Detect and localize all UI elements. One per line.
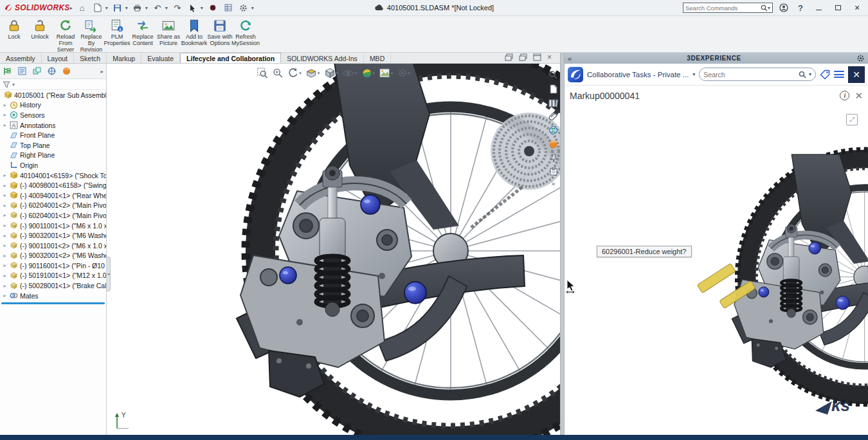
command-search[interactable]: ▾ <box>683 3 773 13</box>
tab-layout[interactable]: Layout <box>42 53 75 63</box>
minimize-button[interactable] <box>811 2 826 14</box>
close-app-button[interactable]: × <box>850 2 864 14</box>
tree-panel-collapse-handle[interactable]: ◂ <box>107 257 111 291</box>
panel-search[interactable]: ▾ <box>699 68 816 81</box>
rollback-bar[interactable] <box>1 302 105 304</box>
minimize-document-icon[interactable] <box>533 53 541 61</box>
user-account-icon[interactable] <box>778 2 790 14</box>
command-search-input[interactable] <box>685 5 759 12</box>
tree-item-component[interactable]: ▸(-) 90032001<2> ("M6 Washer")... <box>0 251 106 261</box>
taskpane-clipboard-icon[interactable] <box>549 167 558 176</box>
redo-icon[interactable]: ↷ <box>172 2 183 14</box>
refresh-mysession-button[interactable]: Refresh MySession <box>233 17 258 51</box>
expand-arrow-icon[interactable]: ▸ <box>2 192 8 198</box>
hide-show-items-icon[interactable]: ▾ <box>343 69 357 78</box>
tree-item-component[interactable]: ▸(-) 90032001<1> ("M6 Washer")... <box>0 230 106 241</box>
task-dropdown-chevron-icon[interactable]: ▾ <box>692 71 695 77</box>
close-document-icon[interactable]: × <box>547 53 552 61</box>
tree-item-component[interactable]: ▸(-) 50191001<1> ("M12 x 1.0 x 170.5... <box>0 271 106 281</box>
restore-pane-icon[interactable] <box>505 53 513 61</box>
task-widget-title[interactable]: Collaborative Tasks - Private ... <box>587 71 689 78</box>
tree-item-component[interactable]: ▸(-) 90011001<1> ("M6 x 1.0 x 12 SK... <box>0 221 106 231</box>
new-document-chevron-icon[interactable]: ▾ <box>105 5 108 11</box>
expand-arrow-icon[interactable]: ▸ <box>2 102 8 108</box>
home-icon[interactable]: ⌂ <box>77 2 88 14</box>
assembly-3d-view[interactable] <box>107 64 560 435</box>
taskpane-appearance-icon[interactable] <box>548 140 558 149</box>
maximize-button[interactable] <box>831 2 845 14</box>
view-settings-icon[interactable]: ▾ <box>397 68 410 78</box>
tag-icon[interactable] <box>820 69 830 80</box>
search-icon[interactable] <box>799 71 806 78</box>
undo-chevron-icon[interactable]: ▾ <box>165 5 168 11</box>
new-document-icon[interactable] <box>92 2 104 14</box>
select-chevron-icon[interactable]: ▾ <box>201 5 203 11</box>
tree-item-component[interactable]: ▸40104001<6159> ("Shock Tower As... <box>0 170 106 181</box>
dimxpert-icon[interactable] <box>47 66 57 76</box>
expand-arrow-icon[interactable]: ▸ <box>2 253 8 259</box>
taskpane-collapse-icon[interactable]: » <box>552 180 556 187</box>
scene-icon[interactable]: ▾ <box>379 68 393 78</box>
configurationmanager-icon[interactable] <box>32 66 42 76</box>
search-scope-chevron-icon[interactable]: ▾ <box>768 5 770 11</box>
tree-item-component[interactable]: ▸(-) 60204001<1> ("Main Pivot Axle"... <box>0 210 106 221</box>
grid-list-icon[interactable] <box>222 2 234 14</box>
panel-expand-chevron-icon[interactable]: ▸ <box>100 68 104 75</box>
tree-item-mates[interactable]: ▸Mates <box>0 291 106 301</box>
search-filter-chevron-icon[interactable]: ▾ <box>809 71 811 77</box>
share-as-picture-button[interactable]: Share as Picture <box>156 17 181 51</box>
expand-arrow-icon[interactable]: ▸ <box>2 273 8 279</box>
tree-item-component[interactable]: ▸(-) 50028001<1> ("Brake Caliper")... <box>0 280 106 291</box>
markup-close-icon[interactable]: ✕ <box>854 90 863 102</box>
appearances-icon[interactable]: ▾ <box>361 68 375 78</box>
panel-settings-gear-icon[interactable] <box>856 54 865 62</box>
tree-item-origin[interactable]: Origin <box>0 160 106 170</box>
tab-assembly[interactable]: Assembly <box>0 53 42 63</box>
print-chevron-icon[interactable]: ▾ <box>145 5 148 11</box>
add-to-bookmark-button[interactable]: Add to Bookmark <box>181 17 207 51</box>
displaymanager-icon[interactable] <box>62 66 71 76</box>
tree-item-annotations[interactable]: ▸AAnnotations <box>0 120 106 131</box>
float-window-icon[interactable] <box>519 53 527 61</box>
markup-3d-preview[interactable] <box>565 105 868 435</box>
panel-splitter[interactable] <box>560 53 565 435</box>
taskpane-library-icon[interactable] <box>548 98 558 107</box>
expand-arrow-icon[interactable]: ▸ <box>2 293 8 298</box>
tab-markup[interactable]: Markup <box>107 53 141 63</box>
replace-content-button[interactable]: Replace Content <box>130 17 156 51</box>
panel-menu-icon[interactable] <box>834 71 844 78</box>
save-with-options-button[interactable]: Save with Options <box>207 17 233 51</box>
display-style-icon[interactable]: ▾ <box>324 68 338 78</box>
select-arrow-icon[interactable] <box>187 2 199 14</box>
markup-preview-canvas[interactable]: 60296001-Reduce weight? ⤢ ks <box>565 105 868 435</box>
filter-chevron-icon[interactable]: ▾ <box>12 82 15 87</box>
threeds-compass-icon[interactable] <box>568 67 583 82</box>
expand-arrow-icon[interactable]: ▸ <box>2 212 8 218</box>
tab-mbd[interactable]: MBD <box>364 53 391 63</box>
tab-solidworks-addins[interactable]: SOLIDWORKS Add-Ins <box>281 53 364 63</box>
expand-arrow-icon[interactable]: ▸ <box>2 243 8 248</box>
tree-item-front-plane[interactable]: Front Plane <box>0 130 106 140</box>
propertymanager-icon[interactable] <box>17 66 27 76</box>
panel-search-input[interactable] <box>703 71 796 78</box>
expand-arrow-icon[interactable]: ▸ <box>2 233 8 239</box>
tree-item-right-plane[interactable]: Right Plane <box>0 151 106 161</box>
expand-arrow-icon[interactable]: ▸ <box>2 262 8 268</box>
markup-info-icon[interactable]: i <box>840 91 849 100</box>
featuremanager-tree-icon[interactable] <box>3 66 12 76</box>
options-gear-icon[interactable] <box>238 2 249 14</box>
replace-by-revision-button[interactable]: Replace By Revision <box>78 17 104 53</box>
filter-funnel-icon[interactable] <box>3 81 10 88</box>
help-icon[interactable]: ? <box>795 2 806 14</box>
logo-chevron-icon[interactable]: ▸ <box>70 5 73 11</box>
unlock-button[interactable]: Unlock <box>27 17 53 51</box>
tree-item-component[interactable]: ▸(-) 60204001<2> ("Main Pivot Axle"... <box>0 201 106 211</box>
tab-sketch[interactable]: Sketch <box>74 53 107 63</box>
tree-item-component[interactable]: ▸(-) 90011001<2> ("M6 x 1.0 x 12 SK... <box>0 241 106 251</box>
taskpane-globe-icon[interactable] <box>548 125 558 135</box>
panel-close-button[interactable]: ✕ <box>848 66 865 83</box>
tree-item-component[interactable]: ▸(-) 40094001<1> ("Rear Wheel Asse... <box>0 190 106 201</box>
zoom-area-icon[interactable] <box>272 68 283 78</box>
expand-arrow-icon[interactable]: ▸ <box>2 283 8 289</box>
expand-arrow-icon[interactable]: ▸ <box>2 203 8 208</box>
